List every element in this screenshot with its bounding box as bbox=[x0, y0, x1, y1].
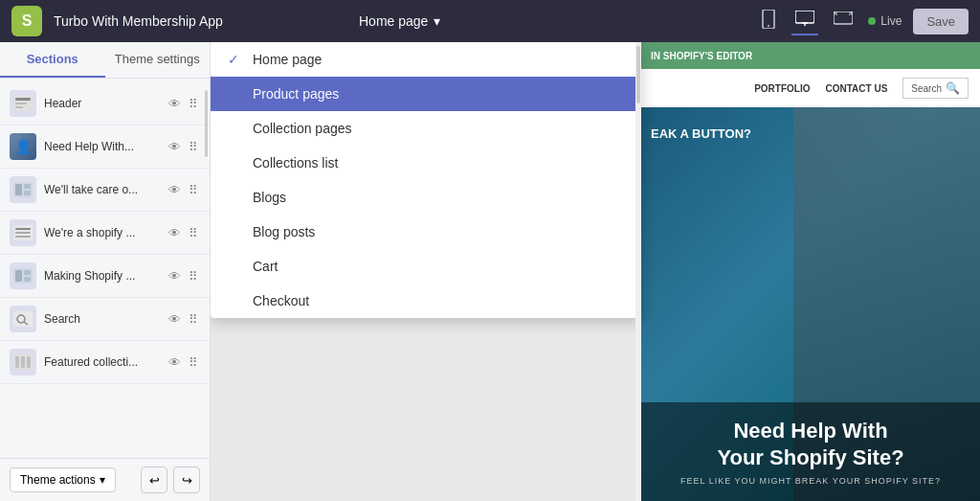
list-item[interactable]: We're a shopify ... 👁 ⠿ bbox=[0, 212, 210, 255]
drag-handle-header[interactable]: ⠿ bbox=[187, 95, 200, 113]
dropdown-label-checkout: Checkout bbox=[253, 293, 309, 308]
dropdown-item-blog-posts[interactable]: Blog posts bbox=[211, 215, 641, 249]
portfolio-link: PORTFOLIO bbox=[754, 83, 810, 94]
visibility-toggle-header[interactable]: 👁 bbox=[167, 95, 183, 113]
svg-rect-27 bbox=[21, 356, 25, 368]
page-selector[interactable]: Home page ▾ bbox=[351, 10, 448, 33]
save-button[interactable]: Save bbox=[913, 9, 969, 34]
list-item[interactable]: Featured collecti... 👁 ⠿ bbox=[0, 341, 210, 384]
section-label-search: Search bbox=[44, 312, 159, 326]
section-actions-making-shopify: 👁 ⠿ bbox=[167, 267, 200, 285]
section-actions-header: 👁 ⠿ bbox=[167, 95, 200, 113]
svg-rect-2 bbox=[795, 11, 814, 23]
svg-rect-22 bbox=[13, 311, 33, 327]
redo-button[interactable]: ↪ bbox=[173, 467, 200, 493]
dropdown-label-blog-posts: Blog posts bbox=[253, 224, 315, 239]
svg-rect-12 bbox=[24, 184, 31, 189]
svg-rect-7 bbox=[15, 98, 31, 101]
fullscreen-view-icon[interactable] bbox=[830, 8, 857, 34]
live-badge: Live bbox=[868, 14, 902, 28]
dropdown-item-product-pages[interactable]: Product pages bbox=[211, 77, 641, 111]
section-icon-take-care bbox=[10, 176, 36, 203]
dropdown-item-collection-pages[interactable]: Collection pages bbox=[211, 111, 641, 146]
theme-actions-button[interactable]: Theme actions ▾ bbox=[10, 467, 116, 492]
section-label-making-shopify: Making Shopify ... bbox=[44, 269, 159, 283]
preview-nav: PORTFOLIO CONTACT US Search 🔍 bbox=[641, 69, 980, 107]
section-actions-need-help: 👁 ⠿ bbox=[167, 138, 200, 156]
dropdown-item-home-page[interactable]: ✓ Home page bbox=[211, 42, 641, 77]
sidebar: Sections Theme settings Header 👁 ⠿ 👤 bbox=[0, 42, 211, 501]
preview-search-label: Search bbox=[911, 83, 942, 94]
drag-handle-search[interactable]: ⠿ bbox=[187, 310, 200, 329]
section-actions-shopify: 👁 ⠿ bbox=[167, 224, 200, 242]
dropdown-label-product-pages: Product pages bbox=[253, 86, 339, 102]
app-title: Turbo With Membership App bbox=[54, 13, 340, 29]
preview-content: IN SHOPIFY'S EDITOR PORTFOLIO CONTACT US… bbox=[641, 42, 980, 501]
svg-rect-26 bbox=[15, 356, 19, 368]
chevron-down-icon: ▾ bbox=[434, 13, 440, 29]
visibility-toggle-search[interactable]: 👁 bbox=[167, 310, 183, 329]
sidebar-tabs: Sections Theme settings bbox=[0, 42, 210, 79]
break-text: EAK A BUTTON? bbox=[651, 126, 751, 141]
hero-title: Need Help WithYour Shopify Site? bbox=[657, 418, 965, 470]
preview-area: IN SHOPIFY'S EDITOR PORTFOLIO CONTACT US… bbox=[211, 42, 980, 501]
drag-handle-shopify[interactable]: ⠿ bbox=[187, 224, 200, 242]
drag-handle-featured[interactable]: ⠿ bbox=[187, 353, 200, 372]
drag-handle-making-shopify[interactable]: ⠿ bbox=[187, 267, 200, 285]
chevron-down-icon: ▾ bbox=[100, 473, 105, 487]
mobile-view-icon[interactable] bbox=[757, 6, 780, 36]
section-icon-featured bbox=[10, 349, 36, 376]
list-item[interactable]: Search 👁 ⠿ bbox=[0, 298, 210, 341]
visibility-toggle-featured[interactable]: 👁 bbox=[167, 353, 183, 372]
drag-handle-need-help[interactable]: ⠿ bbox=[187, 138, 200, 156]
section-label-take-care: We'll take care o... bbox=[44, 183, 159, 196]
sidebar-sections-list: Header 👁 ⠿ 👤 Need Help With... 👁 ⠿ bbox=[0, 79, 210, 458]
visibility-toggle-shopify[interactable]: 👁 bbox=[167, 224, 183, 242]
preview-hero: EAK A BUTTON? Need Help WithYour Shopify… bbox=[641, 107, 980, 501]
svg-rect-21 bbox=[24, 277, 31, 282]
visibility-toggle-take-care[interactable]: 👁 bbox=[167, 181, 183, 199]
search-icon: 🔍 bbox=[946, 81, 960, 95]
hero-subtitle: FEEL LIKE YOU MIGHT BREAK YOUR SHOPIFY S… bbox=[657, 476, 965, 486]
section-actions-search: 👁 ⠿ bbox=[167, 310, 200, 329]
logo-letter: S bbox=[22, 12, 33, 30]
visibility-toggle-need-help[interactable]: 👁 bbox=[167, 138, 183, 156]
section-label-header: Header bbox=[44, 97, 159, 110]
svg-rect-9 bbox=[15, 106, 23, 108]
check-icon: ✓ bbox=[228, 52, 243, 67]
dropdown-label-home-page: Home page bbox=[253, 52, 322, 67]
page-dropdown-menu[interactable]: ✓ Home page Product pages Collection pag… bbox=[211, 42, 641, 318]
svg-rect-17 bbox=[15, 236, 31, 238]
top-bar: S Turbo With Membership App Home page ▾ … bbox=[0, 0, 980, 42]
tab-theme-settings[interactable]: Theme settings bbox=[105, 42, 211, 78]
section-icon-shopify bbox=[10, 219, 36, 246]
shopify-bar-label: IN SHOPIFY'S EDITOR bbox=[651, 51, 752, 61]
sidebar-scrollbar bbox=[204, 84, 209, 459]
svg-rect-20 bbox=[24, 270, 31, 275]
desktop-view-icon[interactable] bbox=[791, 7, 818, 35]
list-item[interactable]: Making Shopify ... 👁 ⠿ bbox=[0, 255, 210, 298]
list-item[interactable]: We'll take care o... 👁 ⠿ bbox=[0, 169, 210, 212]
dropdown-label-collections-list: Collections list bbox=[253, 155, 338, 171]
shopify-logo: S bbox=[11, 6, 42, 36]
section-icon-header bbox=[10, 90, 36, 117]
dropdown-item-blogs[interactable]: Blogs bbox=[211, 180, 641, 215]
list-item[interactable]: Header 👁 ⠿ bbox=[0, 82, 210, 125]
drag-handle-take-care[interactable]: ⠿ bbox=[187, 181, 200, 199]
svg-rect-11 bbox=[15, 184, 22, 195]
page-selector-label: Home page bbox=[359, 13, 428, 29]
dropdown-item-collections-list[interactable]: Collections list bbox=[211, 146, 641, 180]
dropdown-item-checkout[interactable]: Checkout bbox=[211, 284, 641, 318]
undo-redo-controls: ↩ ↪ bbox=[141, 467, 200, 493]
tab-sections[interactable]: Sections bbox=[0, 42, 105, 78]
dropdown-item-cart[interactable]: Cart bbox=[211, 249, 641, 284]
visibility-toggle-making-shopify[interactable]: 👁 bbox=[167, 267, 183, 285]
section-label-need-help: Need Help With... bbox=[44, 140, 159, 153]
undo-button[interactable]: ↩ bbox=[141, 467, 167, 493]
section-icon-need-help: 👤 bbox=[10, 133, 36, 160]
svg-rect-15 bbox=[15, 228, 31, 230]
section-label-featured: Featured collecti... bbox=[44, 355, 159, 369]
list-item[interactable]: 👤 Need Help With... 👁 ⠿ bbox=[0, 125, 210, 169]
svg-rect-13 bbox=[24, 191, 31, 195]
hero-overlay: Need Help WithYour Shopify Site? FEEL LI… bbox=[641, 402, 980, 501]
